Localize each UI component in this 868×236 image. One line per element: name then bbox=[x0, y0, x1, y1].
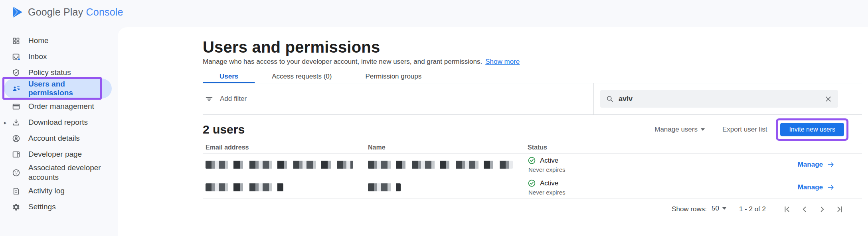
grid-icon bbox=[12, 37, 20, 45]
arrow-right-icon bbox=[827, 161, 835, 169]
sidebar-item-policy-status[interactable]: Policy status bbox=[0, 65, 118, 81]
header-actions: Manage users Export user list Invite new… bbox=[654, 118, 862, 141]
status-badge: Active bbox=[540, 179, 558, 187]
sidebar-item-associated-developer-accounts[interactable]: Associated developer accounts bbox=[0, 162, 118, 183]
sidebar-item-account-details[interactable]: Account details bbox=[0, 130, 118, 146]
users-section-header: 2 users Manage users Export user list In… bbox=[203, 118, 862, 141]
sidebar-item-inbox[interactable]: Inbox bbox=[0, 49, 118, 65]
page-title: Users and permissions bbox=[203, 37, 862, 57]
person-circle-icon bbox=[12, 134, 20, 143]
action-cell: Manage bbox=[794, 183, 862, 191]
search-icon bbox=[606, 95, 614, 103]
invite-new-users-button[interactable]: Invite new users bbox=[780, 123, 844, 136]
sidebar-item-label: Settings bbox=[28, 203, 56, 211]
name-cell bbox=[368, 161, 528, 169]
shield-check-icon bbox=[12, 69, 20, 77]
tab-access-requests[interactable]: Access requests (0) bbox=[255, 70, 348, 83]
pagination-bar: Show rows: 50 1 - 2 of 2 bbox=[203, 201, 862, 217]
show-more-link[interactable]: Show more bbox=[485, 58, 520, 65]
expiry-label: Never expires bbox=[528, 166, 794, 173]
document-icon bbox=[12, 187, 20, 195]
page-range-label: 1 - 2 of 2 bbox=[739, 205, 766, 213]
pager-controls bbox=[783, 205, 844, 214]
credit-card-icon bbox=[12, 102, 20, 111]
table-row: Active Never expires Manage bbox=[203, 176, 862, 199]
sidebar-item-label: Users and permissions bbox=[28, 80, 112, 97]
search-area bbox=[594, 83, 862, 114]
sidebar: Home Inbox Policy status Users and permi… bbox=[0, 0, 118, 236]
invite-annotation-box: Invite new users bbox=[776, 118, 848, 141]
dots-circle-icon bbox=[12, 169, 20, 177]
add-filter-button[interactable]: Add filter bbox=[203, 83, 593, 114]
manage-users-dropdown[interactable]: Manage users bbox=[654, 126, 705, 134]
first-page-icon[interactable] bbox=[783, 205, 791, 214]
sidebar-item-label: Developer page bbox=[28, 150, 82, 159]
sidebar-item-label: Account details bbox=[28, 134, 80, 143]
sidebar-item-label: Download reports bbox=[28, 118, 88, 127]
sidebar-item-label: Associated developer accounts bbox=[28, 163, 108, 182]
column-header-status: Status bbox=[528, 144, 794, 151]
previous-page-icon[interactable] bbox=[800, 205, 809, 214]
export-user-list-button[interactable]: Export user list bbox=[722, 126, 767, 134]
search-input[interactable] bbox=[619, 95, 824, 103]
sidebar-item-settings[interactable]: Settings bbox=[0, 199, 118, 215]
gear-icon bbox=[12, 203, 20, 211]
sidebar-item-label: Activity log bbox=[28, 187, 65, 195]
add-filter-label: Add filter bbox=[220, 95, 247, 103]
page-description: Manage who has access to your developer … bbox=[203, 57, 862, 66]
search-box[interactable] bbox=[600, 90, 838, 108]
users-count: 2 users bbox=[203, 123, 245, 136]
sidebar-item-download-reports[interactable]: ▸ Download reports bbox=[0, 114, 118, 130]
sidebar-item-label: Policy status bbox=[28, 68, 71, 77]
sidebar-item-label: Home bbox=[28, 36, 49, 45]
expand-caret-icon[interactable]: ▸ bbox=[4, 120, 7, 126]
action-cell: Manage bbox=[794, 161, 862, 169]
sidebar-item-home[interactable]: Home bbox=[0, 33, 118, 49]
content-card: Users and permissions Manage who has acc… bbox=[118, 27, 868, 236]
next-page-icon[interactable] bbox=[818, 205, 826, 214]
chevron-down-icon bbox=[701, 128, 705, 131]
column-header-email: Email address bbox=[203, 144, 368, 151]
sidebar-item-users-and-permissions[interactable]: Users and permissions bbox=[4, 79, 112, 98]
sidebar-item-label: Inbox bbox=[28, 52, 47, 61]
show-rows-label: Show rows: bbox=[672, 205, 707, 213]
tab-bar: Users Access requests (0) Permission gro… bbox=[203, 70, 862, 83]
layout-icon bbox=[12, 150, 20, 159]
sidebar-item-label: Order management bbox=[28, 102, 94, 111]
sidebar-item-developer-page[interactable]: Developer page bbox=[0, 146, 118, 162]
filter-toolbar: Add filter bbox=[203, 83, 862, 115]
table-row: Active Never expires Manage bbox=[203, 153, 862, 176]
sidebar-item-order-management[interactable]: Order management bbox=[0, 98, 118, 114]
expiry-label: Never expires bbox=[528, 189, 794, 196]
inbox-icon bbox=[12, 53, 20, 61]
manage-link[interactable]: Manage bbox=[798, 161, 835, 169]
active-check-icon bbox=[528, 179, 536, 187]
tab-users[interactable]: Users bbox=[203, 70, 255, 83]
active-check-icon bbox=[528, 156, 536, 165]
name-cell bbox=[368, 183, 528, 191]
redacted-name bbox=[368, 183, 401, 191]
status-cell: Active Never expires bbox=[528, 179, 794, 196]
email-cell bbox=[203, 161, 368, 169]
column-header-name: Name bbox=[368, 144, 528, 151]
rows-per-page-select[interactable]: 50 bbox=[711, 204, 727, 215]
filter-icon bbox=[205, 94, 214, 103]
last-page-icon[interactable] bbox=[835, 205, 844, 214]
arrow-right-icon bbox=[827, 183, 835, 191]
sidebar-item-activity-log[interactable]: Activity log bbox=[0, 183, 118, 199]
redacted-email bbox=[206, 161, 353, 169]
page-description-text: Manage who has access to your developer … bbox=[203, 58, 482, 65]
tab-permission-groups[interactable]: Permission groups bbox=[349, 70, 439, 83]
download-icon bbox=[12, 118, 20, 127]
chevron-down-icon bbox=[722, 207, 726, 210]
status-badge: Active bbox=[540, 157, 558, 165]
users-icon bbox=[12, 85, 20, 93]
redacted-email bbox=[206, 183, 283, 191]
table-header: Email address Name Status bbox=[203, 142, 862, 153]
redacted-name bbox=[368, 161, 513, 169]
status-cell: Active Never expires bbox=[528, 156, 794, 173]
clear-search-icon[interactable] bbox=[824, 95, 832, 103]
email-cell bbox=[203, 183, 368, 191]
manage-link[interactable]: Manage bbox=[798, 183, 835, 191]
